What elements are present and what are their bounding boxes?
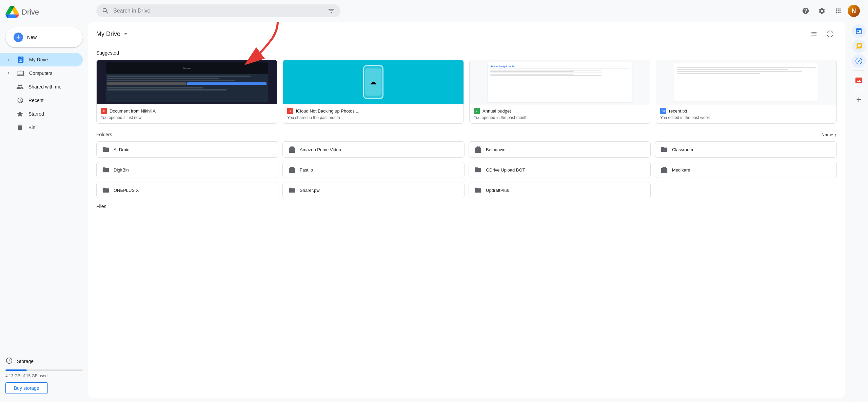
card-name-3: Annual budget (482, 108, 511, 114)
folder-icon-updraft (474, 186, 482, 194)
suggested-card-4[interactable]: TXT recent.txt You edited in the past we… (656, 60, 837, 124)
folder-amazon[interactable]: Amazon Prime Video (282, 141, 465, 158)
main-area: N My Drive (88, 0, 868, 402)
folder-gdrive[interactable]: GDrive Upload BOT (469, 162, 651, 178)
storage-used-text: 4.13 GB of 15 GB used (5, 374, 83, 378)
folder-icon-digitbin (102, 166, 110, 174)
header: N (88, 0, 868, 22)
storage-label: Storage (5, 357, 83, 365)
sort-direction-icon: ↑ (835, 132, 837, 137)
starred-icon (16, 110, 24, 118)
folder-name-medikare: Medikare (672, 167, 690, 173)
folder-sharer[interactable]: Sharer.pw (282, 182, 465, 198)
folders-section-title: Folders (96, 132, 112, 137)
card-name-4: recent.txt (669, 108, 687, 114)
image-panel-button[interactable] (852, 74, 866, 87)
folder-icon-sharer (288, 186, 296, 194)
folder-airdroid[interactable]: AirDroid (96, 141, 278, 158)
settings-button[interactable] (815, 4, 829, 18)
folder-name-classroom: Classroom (672, 147, 693, 152)
sidebar-divider (0, 137, 88, 137)
info-button[interactable] (823, 27, 837, 41)
drive-title-row[interactable]: My Drive (96, 31, 129, 38)
search-bar[interactable] (96, 4, 340, 17)
drive-title-dropdown-icon (122, 31, 129, 37)
card-name-row-3: + Annual budget (474, 108, 646, 114)
card-sub-3: You opened in the past month (474, 115, 646, 120)
folder-digitbin[interactable]: DigitBin (96, 162, 278, 178)
folder-classroom[interactable]: Classroom (655, 141, 837, 158)
search-icon (102, 7, 109, 15)
right-panel (849, 22, 868, 402)
folders-grid: AirDroid Amazon Prime Video Betadown Cla… (96, 141, 837, 198)
sidebar-item-starred[interactable]: Starred (0, 107, 83, 121)
folder-medikare[interactable]: Medikare (655, 162, 837, 178)
folder-name-fastio: Fast.io (300, 167, 313, 173)
svg-text:D: D (103, 109, 105, 113)
folder-name-airdroid: AirDroid (114, 147, 130, 152)
folder-icon-oneplus (102, 186, 110, 194)
tasks-panel-button[interactable] (852, 39, 866, 53)
apps-button[interactable] (831, 4, 845, 18)
buy-storage-button[interactable]: Buy storage (5, 382, 48, 394)
card-info-4: TXT recent.txt You edited in the past we… (656, 104, 836, 123)
recent-icon (16, 97, 24, 104)
txt-blue-icon: TXT (660, 108, 666, 114)
doc-red-icon: D (101, 108, 107, 114)
suggested-grid: Settings (96, 60, 837, 124)
content-area: My Drive (88, 22, 845, 398)
folder-name-digitbin: DigitBin (114, 167, 129, 173)
sidebar-item-computers[interactable]: Computers (0, 66, 83, 80)
sort-label[interactable]: Name ↑ (822, 132, 837, 137)
svg-text:S: S (290, 110, 291, 112)
filter-icon[interactable] (328, 7, 335, 15)
computers-icon (17, 69, 24, 77)
drive-header: My Drive (96, 22, 837, 45)
card-sub-4: You edited in the past week (660, 115, 832, 120)
folders-header: Folders Name ↑ (96, 132, 837, 137)
folder-icon-airdroid (102, 146, 110, 153)
list-view-button[interactable] (807, 27, 821, 41)
sidebar-item-bin[interactable]: Bin (0, 121, 83, 134)
phone-screen: ☁ (365, 68, 381, 96)
suggested-card-1[interactable]: Settings (96, 60, 277, 124)
sidebar-item-shared[interactable]: Shared with me (0, 80, 83, 94)
sidebar-item-starred-label: Starred (28, 111, 44, 117)
card-info-1: D Document from Nikhil A You opened it j… (97, 104, 277, 123)
calendar-panel-button[interactable] (852, 24, 866, 38)
card-name-1: Document from Nikhil A (110, 108, 156, 114)
right-panel-divider (853, 71, 864, 71)
folder-betadown[interactable]: Betadown (469, 141, 651, 158)
folder-name-amazon: Amazon Prime Video (300, 147, 341, 152)
folder-icon-medikare (660, 166, 668, 174)
suggested-card-3[interactable]: Annual budget tracker + (469, 60, 650, 124)
phone-mockup: ☁ (363, 65, 383, 99)
txt-mockup (674, 63, 818, 101)
new-button[interactable]: + New (5, 27, 83, 47)
avatar[interactable]: N (848, 5, 860, 17)
folder-updraft[interactable]: UpdraftPlus (469, 182, 651, 198)
storage-bar-fill (5, 369, 27, 371)
files-section-title: Files (96, 204, 837, 209)
folder-icon-classroom (660, 146, 668, 153)
add-panel-button[interactable] (852, 93, 866, 106)
sidebar-item-my-drive[interactable]: My Drive (0, 53, 83, 66)
card-sub-2: You shared in the past month (287, 115, 459, 120)
settings-mockup: Settings (106, 62, 268, 102)
suggested-card-2[interactable]: ☁ S iCloud Not Backing up Photos ... You… (283, 60, 464, 124)
sidebar-item-shared-label: Shared with me (28, 84, 61, 89)
sidebar-item-recent[interactable]: Recent (0, 94, 83, 107)
budget-header: Annual budget tracker (490, 65, 629, 68)
check-panel-button[interactable] (852, 54, 866, 68)
storage-bar (5, 369, 83, 371)
folder-name-betadown: Betadown (486, 147, 506, 152)
card-sub-1: You opened it just now (101, 115, 273, 120)
folder-fastio[interactable]: Fast.io (282, 162, 465, 178)
app-logo[interactable]: Drive (0, 3, 88, 24)
plus-icon: + (14, 33, 23, 42)
folder-oneplus[interactable]: ONEPLUS X (96, 182, 278, 198)
help-button[interactable] (799, 4, 812, 18)
sidebar-item-computers-label: Computers (29, 71, 52, 76)
new-button-label: New (27, 35, 37, 40)
search-input[interactable] (113, 8, 323, 14)
